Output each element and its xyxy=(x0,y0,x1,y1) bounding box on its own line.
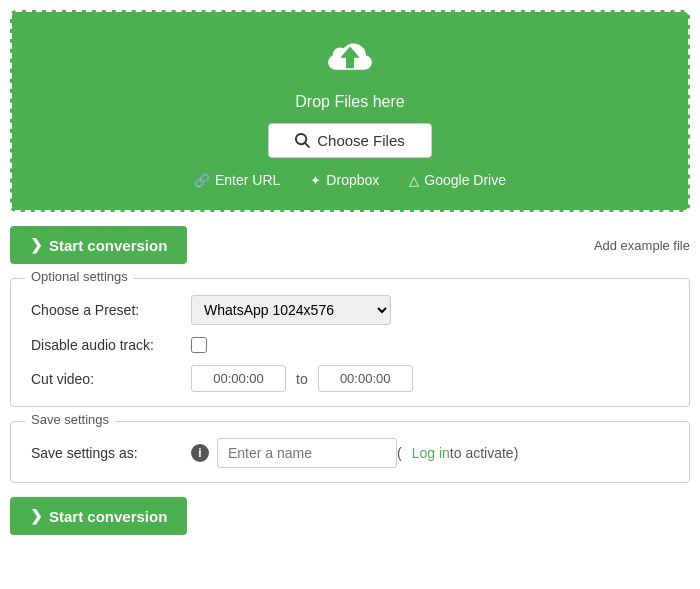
disable-audio-checkbox[interactable] xyxy=(191,337,207,353)
enter-url-link[interactable]: 🔗 Enter URL xyxy=(194,172,280,188)
time-separator: to xyxy=(296,371,308,387)
cut-video-from-input[interactable] xyxy=(191,365,286,392)
google-drive-link[interactable]: △ Google Drive xyxy=(409,172,506,188)
start-conversion-button-bottom[interactable]: ❯ Start conversion xyxy=(10,497,187,535)
cut-video-row: Cut video: to xyxy=(31,365,669,392)
dropbox-icon: ✦ xyxy=(310,173,321,188)
add-example-file-link[interactable]: Add example file xyxy=(594,238,690,253)
disable-audio-row: Disable audio track: xyxy=(31,337,669,353)
chevron-right-icon: ❯ xyxy=(30,236,43,254)
login-prefix-text: ( xyxy=(397,445,402,461)
link-icon: 🔗 xyxy=(194,173,210,188)
preset-select[interactable]: WhatsApp 1024x576 Default Custom xyxy=(191,295,391,325)
optional-settings-legend: Optional settings xyxy=(25,269,134,284)
preset-row: Choose a Preset: WhatsApp 1024x576 Defau… xyxy=(31,295,669,325)
drop-zone[interactable]: Drop Files here Choose Files 🔗 Enter URL… xyxy=(10,10,690,212)
save-name-input[interactable] xyxy=(217,438,397,468)
login-suffix-text: to activate) xyxy=(450,445,518,461)
source-links: 🔗 Enter URL ✦ Dropbox △ Google Drive xyxy=(32,172,668,188)
preset-label: Choose a Preset: xyxy=(31,302,191,318)
search-icon xyxy=(295,133,310,148)
choose-files-button[interactable]: Choose Files xyxy=(268,123,432,158)
save-settings-panel: Save settings Save settings as: i ( Log … xyxy=(10,421,690,483)
dropbox-link[interactable]: ✦ Dropbox xyxy=(310,172,379,188)
optional-settings-panel: Optional settings Choose a Preset: Whats… xyxy=(10,278,690,407)
save-settings-label: Save settings as: xyxy=(31,445,191,461)
disable-audio-label: Disable audio track: xyxy=(31,337,191,353)
start-conversion-button-top[interactable]: ❯ Start conversion xyxy=(10,226,187,264)
chevron-right-icon-bottom: ❯ xyxy=(30,507,43,525)
upload-icon xyxy=(324,40,376,85)
bottom-conversion-bar: ❯ Start conversion xyxy=(10,497,690,535)
info-icon[interactable]: i xyxy=(191,444,209,462)
gdrive-icon: △ xyxy=(409,173,419,188)
top-conversion-bar: ❯ Start conversion Add example file xyxy=(10,226,690,264)
save-settings-row: Save settings as: i ( Log in to activate… xyxy=(31,438,669,468)
login-link[interactable]: Log in xyxy=(412,445,450,461)
drop-text: Drop Files here xyxy=(32,93,668,111)
cut-video-label: Cut video: xyxy=(31,371,191,387)
cut-video-to-input[interactable] xyxy=(318,365,413,392)
save-settings-legend: Save settings xyxy=(25,412,115,427)
